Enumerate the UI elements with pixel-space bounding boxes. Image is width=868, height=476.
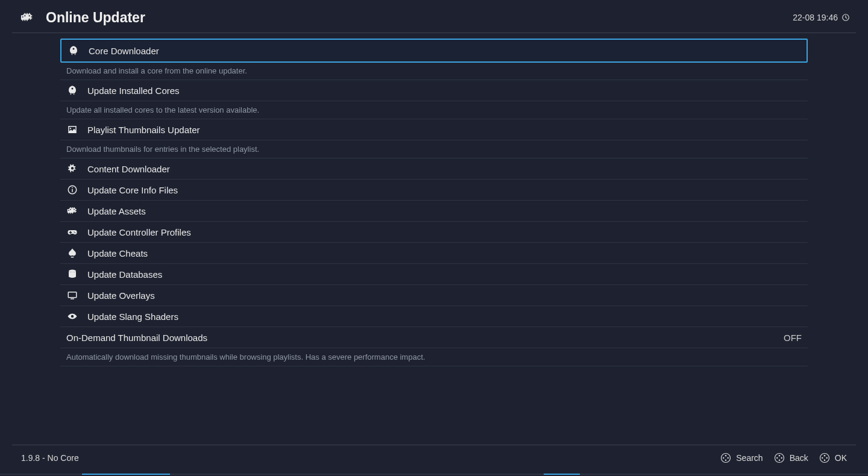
menu-item-label: Update Assets	[87, 206, 802, 216]
menu-item-update-core-info-files[interactable]: Update Core Info Files	[60, 180, 808, 201]
menu-item-label: Update Cheats	[87, 248, 802, 258]
menu-item-update-slang-shaders[interactable]: Update Slang Shaders	[60, 306, 808, 327]
footer-button-label: Search	[736, 453, 763, 463]
menu-item-label: Update Overlays	[87, 290, 802, 301]
datetime-text: 22-08 19:46	[793, 13, 838, 22]
menu-item-value: OFF	[784, 333, 802, 343]
menu-item-label: Content Downloader	[87, 164, 802, 174]
invader-icon	[66, 205, 78, 217]
menu-item-description: Automatically download missing thumbnail…	[60, 348, 808, 366]
menu-item-update-databases[interactable]: Update Databases	[60, 264, 808, 285]
menu-item-update-assets[interactable]: Update Assets	[60, 201, 808, 222]
version-text: 1.9.8 - No Core	[21, 453, 79, 463]
menu-item-content-downloader[interactable]: Content Downloader	[60, 158, 808, 180]
menu-list: Core DownloaderDownload and install a co…	[0, 33, 868, 366]
page-title: Online Updater	[46, 10, 145, 26]
gears-icon	[66, 163, 78, 175]
footer: 1.9.8 - No Core SearchBackOK	[0, 445, 868, 475]
dpad-icon	[774, 453, 785, 463]
menu-item-on-demand-thumbnail-downloads[interactable]: On-Demand Thumbnail DownloadsOFF	[60, 327, 808, 348]
clock-icon	[841, 13, 850, 22]
menu-item-description: Download and install a core from the onl…	[60, 62, 808, 80]
spade-icon	[66, 247, 78, 259]
menu-item-label: Core Downloader	[89, 46, 800, 56]
app-icon	[18, 11, 36, 24]
menu-item-label: Update Controller Profiles	[87, 227, 802, 237]
menu-item-update-controller-profiles[interactable]: Update Controller Profiles	[60, 222, 808, 243]
rocket-icon	[66, 84, 78, 96]
controller-icon	[66, 226, 78, 238]
menu-item-label: On-Demand Thumbnail Downloads	[66, 333, 784, 343]
menu-item-update-installed-cores[interactable]: Update Installed Cores	[60, 80, 808, 101]
database-icon	[66, 268, 78, 280]
footer-button-label: Back	[790, 453, 808, 463]
image-icon	[66, 124, 78, 136]
info-icon	[66, 184, 78, 196]
menu-item-label: Playlist Thumbnails Updater	[87, 125, 802, 135]
footer-button-search[interactable]: Search	[720, 453, 763, 463]
menu-item-label: Update Databases	[87, 269, 802, 280]
header: Online Updater 22-08 19:46	[0, 0, 868, 33]
menu-item-description: Update all installed cores to the latest…	[60, 101, 808, 119]
eye-icon	[66, 310, 78, 322]
footer-button-label: OK	[835, 453, 847, 463]
menu-item-label: Update Installed Cores	[87, 86, 802, 96]
dpad-icon	[720, 453, 731, 463]
dpad-icon	[819, 453, 830, 463]
overlay-icon	[66, 289, 78, 301]
menu-item-description: Download thumbnails for entries in the s…	[60, 140, 808, 158]
menu-item-label: Update Core Info Files	[87, 185, 802, 195]
menu-item-update-overlays[interactable]: Update Overlays	[60, 285, 808, 306]
menu-item-label: Update Slang Shaders	[87, 312, 802, 322]
footer-button-back[interactable]: Back	[774, 453, 808, 463]
bottom-accent-bar	[0, 474, 868, 475]
menu-item-playlist-thumbnails-updater[interactable]: Playlist Thumbnails Updater	[60, 119, 808, 140]
footer-button-ok[interactable]: OK	[819, 453, 847, 463]
header-clock: 22-08 19:46	[793, 13, 850, 22]
rocket-icon	[68, 45, 80, 57]
menu-item-core-downloader[interactable]: Core Downloader	[60, 39, 808, 63]
menu-item-update-cheats[interactable]: Update Cheats	[60, 243, 808, 264]
